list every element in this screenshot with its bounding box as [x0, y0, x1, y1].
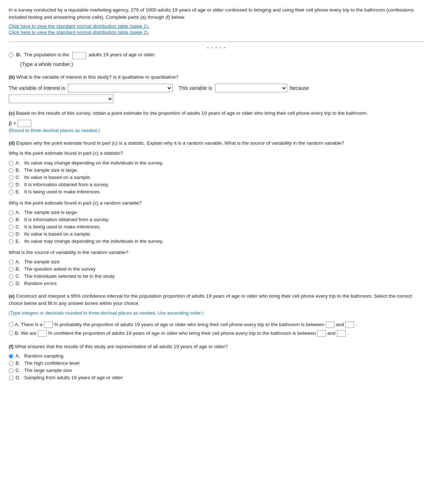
- part-c-question: (c) Based on the results of this survey,…: [9, 110, 424, 117]
- d-q1-radio-a[interactable]: [9, 161, 13, 166]
- phat-input[interactable]: [18, 120, 31, 127]
- d-q2-radio-e[interactable]: [9, 239, 13, 244]
- part-d-q3-option-a: A. The sample size: [9, 259, 424, 264]
- part-d-q1-section: Why is the point estimate found in part …: [9, 150, 424, 194]
- part-e-option-a-row: A. There is a % probability the proporti…: [9, 321, 424, 328]
- phat-row: p̂ =: [9, 120, 424, 127]
- part-d-q3-option-d: D. Random errors: [9, 281, 424, 286]
- part-d-q2-text: Why is the point estimate found in part …: [9, 200, 424, 207]
- d-q2-radio-b[interactable]: [9, 218, 13, 222]
- part-e-b-pct-input[interactable]: [38, 330, 47, 337]
- intro-section: In a survey conducted by a reputable mar…: [9, 6, 424, 35]
- part-e-a-prefix: There is a: [21, 322, 43, 327]
- part-a-text-after: adults 19 years of age or older.: [89, 52, 156, 57]
- f-radio-b[interactable]: [9, 361, 13, 366]
- part-e-b-and: and: [327, 330, 336, 336]
- link-page1[interactable]: Click here to view the standard normal d…: [9, 23, 424, 29]
- part-e-b-label: B.: [15, 330, 19, 336]
- part-f-option-d: D. Sampling from adults 19 years of age …: [9, 375, 424, 380]
- part-d-q2-option-d: D. Its value is based on a sample.: [9, 231, 424, 237]
- part-e-a-mid: % probability the proportion of adults 1…: [54, 322, 324, 327]
- d-q1-radio-b[interactable]: [9, 168, 13, 173]
- part-c-section: (c) Based on the results of this survey,…: [9, 110, 424, 133]
- part-e-a-pct-input[interactable]: [44, 321, 53, 328]
- part-d-q2-section: Why is the point estimate found in part …: [9, 200, 424, 244]
- e-radio-a[interactable]: [9, 322, 13, 327]
- part-b-row1: The variable of interest is cell phone u…: [9, 84, 424, 92]
- dotted-divider: • • • • •: [9, 45, 424, 51]
- part-d-question: (d) Explain why the point estimate found…: [9, 140, 424, 147]
- part-d-q2-option-c: C. It is being used to make inferences.: [9, 224, 424, 229]
- d-q3-radio-a[interactable]: [9, 260, 13, 264]
- part-e-a-val2-input[interactable]: [345, 321, 354, 328]
- part-b-dropdown3[interactable]: it classifies individuals into categorie…: [9, 95, 113, 103]
- part-b-variable-label: The variable of interest is: [9, 85, 65, 91]
- part-e-a-period: .: [355, 322, 357, 327]
- part-f-option-a: A. Random sampling: [9, 353, 424, 359]
- part-d-q1-option-c: C. Its value is based on a sample.: [9, 175, 424, 180]
- part-d-q3-option-b: B. The question asked in the survey: [9, 266, 424, 272]
- d-q2-radio-c[interactable]: [9, 225, 13, 229]
- part-b-question: (b) What is the variable of interest in …: [9, 74, 424, 81]
- part-d-q3-option-c: C. The individuals selected to be in the…: [9, 273, 424, 279]
- part-e-section: (e) Construct and interpret a 95% confid…: [9, 293, 424, 337]
- part-e-option-b-row: B. We are % confident the proportion of …: [9, 330, 424, 337]
- phat-symbol: p̂ =: [9, 120, 16, 126]
- part-f-option-c: C. The large sample size: [9, 368, 424, 373]
- part-b-row2: it classifies individuals into categorie…: [9, 95, 424, 103]
- part-e-b-val1-input[interactable]: [317, 330, 326, 337]
- f-radio-d[interactable]: [9, 376, 13, 380]
- part-e-b-period: .: [347, 330, 349, 336]
- part-a-input[interactable]: [72, 52, 86, 59]
- d-q1-radio-d[interactable]: [9, 183, 13, 187]
- f-radio-c[interactable]: [9, 368, 13, 373]
- part-e-a-label: A.: [15, 322, 19, 327]
- part-a-note: (Type a whole number.): [20, 61, 424, 67]
- divider: [9, 41, 424, 42]
- part-e-b-prefix: We are: [21, 330, 36, 336]
- d-q3-radio-d[interactable]: [9, 281, 13, 286]
- part-a-section: D. The population is the adults 19 years…: [9, 52, 424, 67]
- part-e-note: (Type integers or decimals rounded to th…: [9, 310, 424, 316]
- part-d-section: (d) Explain why the point estimate found…: [9, 140, 424, 286]
- part-b-dropdown1[interactable]: cell phone use in the bathroom: [68, 84, 172, 92]
- part-e-a-val1-input[interactable]: [326, 321, 334, 328]
- part-b-dropdown2[interactable]: qualitative quantitative: [215, 84, 287, 92]
- part-a-label: D.: [16, 52, 21, 57]
- part-d-q1-text: Why is the point estimate found in part …: [9, 150, 424, 157]
- part-d-q1-option-d: D. It is information obtained from a sur…: [9, 182, 424, 187]
- part-b-because: because: [290, 85, 309, 91]
- part-d-q1-option-b: B. The sample size is large.: [9, 167, 424, 173]
- part-f-question: (f) What ensures that the results of thi…: [9, 343, 424, 350]
- part-a-text-before: The population is the: [24, 52, 69, 57]
- part-e-question: (e) Construct and interpret a 95% confid…: [9, 293, 424, 307]
- part-d-q3-section: What is the source of variability in the…: [9, 249, 424, 286]
- part-a-radio[interactable]: [9, 53, 13, 57]
- link-page2[interactable]: Click here to view the standard normal d…: [9, 30, 424, 35]
- part-d-q3-text: What is the source of variability in the…: [9, 249, 424, 256]
- part-d-q2-option-b: B. It is information obtained from a sur…: [9, 217, 424, 222]
- f-radio-a[interactable]: [9, 354, 13, 359]
- part-e-a-and: and: [336, 322, 344, 327]
- d-q2-radio-a[interactable]: [9, 210, 13, 215]
- part-a-row: D. The population is the adults 19 years…: [9, 52, 424, 59]
- part-e-b-mid: % confident the proportion of adults 19 …: [48, 330, 316, 336]
- part-f-section: (f) What ensures that the results of thi…: [9, 343, 424, 380]
- part-f-option-b: B. The high confidence level: [9, 360, 424, 366]
- e-radio-b[interactable]: [9, 331, 13, 336]
- part-e-b-val2-input[interactable]: [337, 330, 346, 337]
- part-d-q2-option-a: A. The sample size is large.: [9, 210, 424, 215]
- part-b-this-variable: This variable is: [178, 85, 212, 91]
- d-q3-radio-c[interactable]: [9, 274, 13, 279]
- part-d-q2-option-e: E. Its value may change depending on the…: [9, 238, 424, 244]
- d-q1-radio-c[interactable]: [9, 175, 13, 180]
- part-d-q1-option-e: E. It is being used to make inferences.: [9, 189, 424, 194]
- part-c-note: (Round to three decimal places as needed…: [9, 128, 424, 133]
- d-q1-radio-e[interactable]: [9, 190, 13, 194]
- part-d-q1-option-a: A. Its value may change depending on the…: [9, 160, 424, 166]
- part-b-section: (b) What is the variable of interest in …: [9, 74, 424, 103]
- intro-text: In a survey conducted by a reputable mar…: [9, 6, 424, 21]
- d-q3-radio-b[interactable]: [9, 267, 13, 272]
- d-q2-radio-d[interactable]: [9, 232, 13, 237]
